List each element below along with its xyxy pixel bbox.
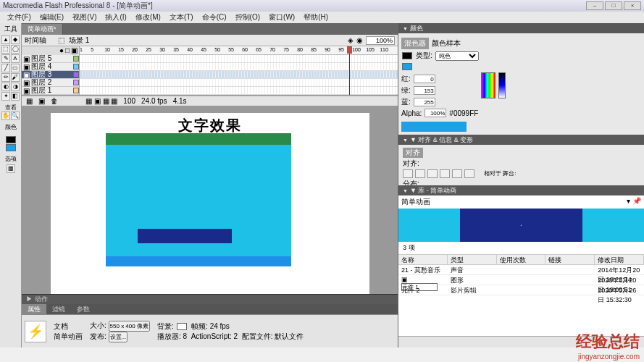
stage[interactable]: 文字效果 — [51, 113, 369, 294]
toolbox: 工具 ▲ ◆ ⬚ ◯ ✎ A ╱ ▭ ✏ 🖌 ◐ ◑ ✦ ◧ 查看 ✋ 🔍 颜色… — [0, 23, 22, 348]
library-panel-header[interactable]: ▼ 库 - 简单动画 — [398, 185, 644, 195]
library-row[interactable]: 元件 2影片剪辑2020年5月26日 15:32:30 — [398, 285, 644, 295]
mixer-tab[interactable]: 混色器 — [401, 38, 429, 49]
col-link[interactable]: 链接 — [545, 255, 595, 264]
align-tab[interactable]: 对齐 — [403, 148, 423, 158]
align-center-v[interactable] — [452, 169, 462, 178]
stage-green-shape[interactable] — [106, 133, 291, 145]
hex-value: #0099FF — [449, 109, 478, 117]
playhead[interactable] — [349, 46, 350, 95]
tab-properties[interactable]: 属性 — [22, 304, 46, 314]
menu-command[interactable]: 命令(C) — [198, 12, 231, 23]
current-color-swatch — [401, 122, 467, 132]
swatch-tab[interactable]: 颜色样本 — [432, 38, 461, 49]
color-panel-header[interactable]: 颜色 — [398, 23, 644, 33]
align-bottom[interactable] — [464, 169, 474, 178]
scene-label[interactable]: 场景 1 — [69, 35, 89, 46]
maximize-button[interactable]: □ — [605, 1, 622, 10]
option-tool[interactable]: ▦ — [7, 164, 15, 173]
fps-display: 24.0 fps — [141, 97, 167, 105]
zoom-input[interactable] — [366, 36, 395, 45]
menu-modify[interactable]: 修改(M) — [131, 12, 165, 23]
pencil-tool[interactable]: ✏ — [1, 73, 10, 82]
edit-symbol-icon[interactable]: ◉ — [356, 36, 363, 44]
green-input[interactable] — [414, 86, 435, 95]
publish-settings-button[interactable]: 设置... — [109, 332, 128, 342]
timeline-frames[interactable]: 1510152025303540455055606570758085909510… — [80, 46, 398, 95]
brush-tool[interactable]: 🖌 — [11, 73, 20, 82]
bucket-tool[interactable]: ◑ — [11, 83, 20, 91]
align-right[interactable] — [427, 169, 438, 178]
menu-control[interactable]: 控制(O) — [231, 12, 264, 23]
subselection-tool[interactable]: ◆ — [11, 35, 20, 44]
fill-color[interactable] — [402, 63, 412, 70]
eraser-tool[interactable]: ◧ — [11, 92, 20, 101]
fps-value[interactable]: 24 — [210, 322, 218, 330]
color-picker[interactable] — [481, 72, 495, 98]
align-top[interactable] — [440, 169, 450, 178]
menu-view[interactable]: 视图(V) — [68, 12, 101, 23]
zoom-tool[interactable]: 🔍 — [11, 111, 20, 120]
hue-slider[interactable] — [498, 72, 506, 98]
time-display: 4.1s — [173, 97, 187, 105]
app-title: Macromedia Flash Professional 8 - [简单动画*… — [3, 1, 153, 11]
stroke-color[interactable] — [402, 52, 412, 59]
minimize-button[interactable]: – — [586, 1, 603, 10]
stage-blue-shape[interactable] — [106, 256, 291, 266]
col-date[interactable]: 修改日期 — [595, 255, 644, 264]
menu-file[interactable]: 文件(F) — [3, 12, 35, 23]
properties-panel: ⚡ 文档 简单动画 大小: 550 x 400 像素 发布: 设置... 背景:… — [22, 314, 398, 348]
free-transform-tool[interactable]: ⬚ — [1, 45, 10, 54]
size-button[interactable]: 550 x 400 像素 — [109, 321, 150, 332]
ink-tool[interactable]: ◐ — [1, 83, 10, 91]
doc-name: 简单动画 — [54, 332, 83, 342]
actions-panel-header[interactable]: ▶ 动作 — [22, 294, 398, 304]
col-name[interactable]: 名称 — [398, 255, 448, 264]
hand-tool[interactable]: ✋ — [1, 111, 10, 120]
line-tool[interactable]: ╱ — [1, 64, 10, 72]
col-type[interactable]: 类型 — [448, 255, 497, 264]
fill-swatch[interactable] — [6, 144, 16, 151]
stage-navy-shape[interactable] — [138, 229, 232, 243]
lasso-tool[interactable]: ◯ — [11, 45, 20, 54]
tab-params[interactable]: 参数 — [71, 304, 96, 314]
library-count: 3 项 — [398, 242, 644, 255]
document-tab[interactable]: 简单动画* — [22, 24, 63, 35]
fill-type-select[interactable]: 纯色 — [435, 51, 479, 61]
watermark: 经验总结 jingyanzongjie.com — [576, 331, 640, 361]
menu-insert[interactable]: 插入(I) — [101, 12, 130, 23]
stage-cyan-shape[interactable] — [106, 145, 291, 261]
alpha-input[interactable] — [425, 109, 446, 117]
library-doc-select[interactable]: 简单动画 — [401, 197, 627, 207]
menu-window[interactable]: 窗口(W) — [264, 12, 299, 23]
current-frame: 100 — [123, 97, 135, 105]
library-preview: • — [398, 209, 644, 242]
pin-icon[interactable]: ▾ 📌 — [627, 197, 641, 207]
menu-text[interactable]: 文本(T) — [165, 12, 198, 23]
align-left[interactable] — [403, 169, 413, 178]
blue-input[interactable] — [414, 98, 435, 106]
red-input[interactable] — [414, 75, 435, 83]
timeline-toggle[interactable]: 时间轴 — [25, 35, 46, 46]
align-panel-header[interactable]: ▼ 对齐 & 信息 & 变形 — [398, 135, 644, 145]
stroke-swatch[interactable] — [6, 136, 16, 143]
new-folder-icon[interactable]: ▣ — [38, 97, 45, 105]
tab-filters[interactable]: 滤镜 — [46, 304, 71, 314]
edit-scene-icon[interactable]: ◈ — [348, 36, 354, 44]
col-use[interactable]: 使用次数 — [497, 255, 546, 264]
pen-tool[interactable]: ✎ — [1, 54, 10, 63]
selection-tool[interactable]: ▲ — [1, 35, 10, 44]
close-button[interactable]: × — [624, 1, 641, 10]
bg-swatch[interactable] — [177, 323, 187, 330]
text-tool[interactable]: A — [11, 54, 20, 63]
library-row[interactable]: 21 - 莫愁音乐声音2014年12月20日 10:22:14 — [398, 265, 644, 275]
rect-tool[interactable]: ▭ — [11, 64, 20, 72]
menu-help[interactable]: 帮助(H) — [299, 12, 333, 23]
library-row[interactable]: ▣ 图形2020年5月20日 19:09:51 — [398, 275, 644, 285]
eyedropper-tool[interactable]: ✦ — [1, 92, 10, 101]
new-layer-icon[interactable]: ▦ — [26, 97, 33, 105]
align-center-h[interactable] — [415, 169, 425, 178]
layer-row[interactable]: ▣图层 1 — [22, 87, 79, 95]
delete-layer-icon[interactable]: 🗑 — [51, 97, 58, 105]
menu-edit[interactable]: 编辑(E) — [35, 12, 68, 23]
